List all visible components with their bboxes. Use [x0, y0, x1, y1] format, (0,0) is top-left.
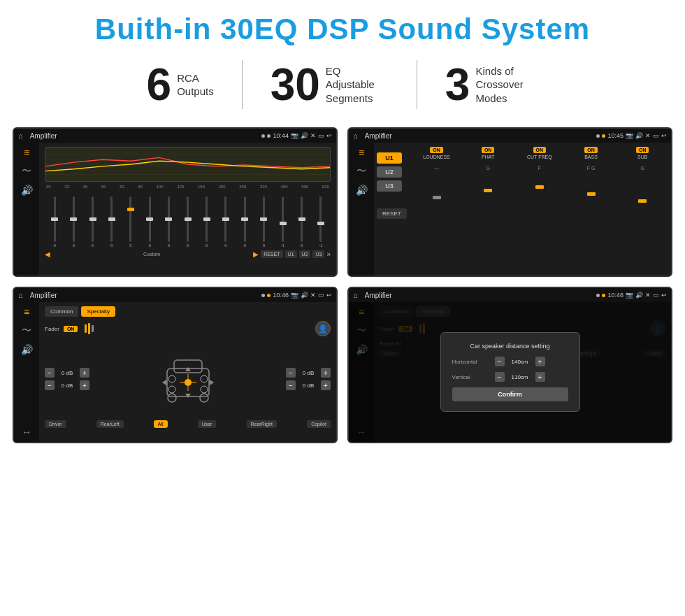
crossover-sidebar-vol[interactable]: 🔊 — [356, 185, 368, 196]
eq-sidebar-icon-eq[interactable]: ≡ — [24, 147, 29, 158]
dialog-horizontal-plus[interactable]: + — [535, 357, 545, 366]
fader-grid: − 0 dB + − 0 dB + — [45, 341, 331, 417]
fader-x-icon: ✕ — [310, 292, 316, 299]
eq-slider-9: 0 — [217, 196, 234, 248]
crossover-vol-icon: 🔊 — [635, 132, 643, 139]
dialog-vertical-minus[interactable]: − — [495, 372, 505, 382]
fader-db3-minus[interactable]: − — [286, 368, 296, 378]
fader-db2-minus[interactable]: − — [45, 380, 55, 390]
fader-db4-minus[interactable]: − — [286, 380, 296, 390]
dialog-vertical-plus[interactable]: + — [535, 372, 545, 382]
crossover-left-sidebar: ≡ 〜 🔊 — [349, 143, 374, 275]
fader-copilot-btn[interactable]: Copilot — [307, 420, 331, 428]
eq-next-btn[interactable]: ▶ — [253, 250, 259, 258]
dialog-screen-body: ≡ 〜 🔊 ↔ Common Specialty Fader ON — [349, 302, 671, 442]
eq-slider-12: -1 — [274, 196, 291, 248]
fader-sidebar-vol[interactable]: 🔊 — [21, 344, 33, 355]
crossover-sidebar-wave[interactable]: 〜 — [356, 165, 366, 178]
ch-sub: ON SUB — [618, 147, 667, 161]
crossover-screen-title: Amplifier — [365, 132, 594, 140]
ch-cutfreq-on[interactable]: ON — [533, 147, 547, 153]
fader-db3-plus[interactable]: + — [321, 368, 331, 378]
fader-back-icon[interactable]: ↩ — [326, 292, 332, 299]
home-icon[interactable]: ⌂ — [18, 131, 23, 140]
stat-rca: 6 RCAOutputs — [119, 62, 242, 107]
ch-loudness-on[interactable]: ON — [430, 147, 443, 153]
eq-camera-icon: 📷 — [291, 132, 298, 139]
eq-status-right: 10:44 📷 🔊 ✕ ▭ ↩ — [261, 132, 332, 139]
crossover-home-icon[interactable]: ⌂ — [353, 131, 358, 140]
dialog-home-icon[interactable]: ⌂ — [353, 291, 358, 299]
crossover-u2-btn[interactable]: U2 — [377, 166, 402, 178]
svg-marker-17 — [210, 380, 214, 385]
ch-bass-val: F G — [567, 166, 616, 171]
dialog-back-icon[interactable]: ↩ — [661, 292, 667, 299]
fader-tabs: Common Specialty — [45, 306, 331, 317]
eq-back-icon[interactable]: ↩ — [326, 132, 332, 139]
fader-db4-plus[interactable]: + — [321, 380, 331, 390]
crossover-reset-btn[interactable]: RESET — [377, 208, 407, 219]
dialog-confirm-button[interactable]: Confirm — [452, 387, 568, 401]
crossover-u3-btn[interactable]: U3 — [377, 180, 402, 192]
eq-screen-title: Amplifier — [30, 132, 259, 140]
fader-home-icon[interactable]: ⌂ — [18, 291, 23, 299]
svg-point-10 — [201, 386, 208, 393]
eq-main-content: 2532405063 80100125160200 25032040050063… — [39, 143, 336, 275]
ch-phat: ON PHAT — [463, 147, 512, 161]
ch-bass-on[interactable]: ON — [584, 147, 598, 153]
dialog-x-icon: ✕ — [645, 292, 651, 299]
fader-db2-plus[interactable]: + — [80, 380, 89, 390]
crossover-sidebar-eq[interactable]: ≡ — [359, 147, 364, 158]
fader-sidebar-eq[interactable]: ≡ — [24, 306, 29, 317]
eq-status-dot1 — [261, 134, 265, 138]
fader-user-btn[interactable]: User — [198, 420, 217, 428]
fader-driver-btn[interactable]: Driver — [45, 420, 66, 428]
eq-reset-btn[interactable]: RESET — [261, 250, 282, 258]
fader-db-row-4: − 0 dB + — [286, 380, 331, 390]
crossover-u1-btn[interactable]: U1 — [377, 152, 402, 164]
crossover-back-icon[interactable]: ↩ — [661, 132, 667, 139]
eq-u1-btn[interactable]: U1 — [285, 250, 297, 258]
eq-sidebar-icon-vol[interactable]: 🔊 — [21, 185, 33, 196]
dialog-status-right: 10:46 📷 🔊 ✕ ▭ ↩ — [596, 292, 667, 299]
svg-point-5 — [168, 394, 176, 402]
dialog-title: Car speaker distance setting — [452, 343, 568, 350]
fader-sidebar-arrows[interactable]: ↔ — [22, 427, 31, 438]
fader-db1-minus[interactable]: − — [45, 368, 55, 378]
ch-bass: ON BASS — [567, 147, 616, 161]
fader-all-btn[interactable]: All — [154, 420, 168, 428]
fader-sidebar-wave[interactable]: 〜 — [22, 324, 31, 337]
fader-rearright-btn[interactable]: RearRight — [247, 420, 277, 428]
dialog-horizontal-minus[interactable]: − — [495, 357, 505, 366]
eq-freq-labels: 2532405063 80100125160200 25032040050063… — [45, 185, 331, 189]
fader-main-content: Common Specialty Fader ON 👤 — [39, 302, 336, 442]
crossover-camera-icon: 📷 — [626, 132, 633, 139]
crossover-screen-body: ≡ 〜 🔊 U1 U2 U3 RESET ON — [349, 143, 671, 275]
eq-u2-btn[interactable]: U2 — [299, 250, 311, 258]
fader-tab-common[interactable]: Common — [45, 306, 78, 317]
dialog-camera-icon: 📷 — [626, 292, 633, 299]
svg-marker-15 — [185, 394, 191, 398]
dialog-screen-card: ⌂ Amplifier 10:46 📷 🔊 ✕ ▭ ↩ ≡ 〜 🔊 ↔ — [347, 287, 672, 443]
svg-marker-16 — [162, 380, 166, 385]
ch-sub-on[interactable]: ON — [636, 147, 649, 153]
eq-u3-btn[interactable]: U3 — [312, 250, 324, 258]
dialog-horizontal-label: Horizontal — [452, 359, 491, 365]
fader-db-row-3: − 0 dB + — [286, 368, 331, 378]
eq-slider-8: 0 — [199, 196, 215, 248]
fader-on-badge[interactable]: ON — [64, 326, 78, 332]
eq-prev-btn[interactable]: ◀ — [45, 250, 50, 258]
eq-sidebar-icon-wave[interactable]: 〜 — [22, 165, 31, 178]
dialog-dot1 — [596, 294, 600, 297]
stat-rca-label: RCAOutputs — [177, 71, 214, 99]
fader-db1-plus[interactable]: + — [80, 368, 89, 378]
fader-profile-icon[interactable]: 👤 — [315, 321, 331, 336]
ch-phat-on[interactable]: ON — [482, 147, 495, 153]
fader-rearleft-btn[interactable]: RearLeft — [96, 420, 124, 428]
stat-eq-label: EQ AdjustableSegments — [326, 64, 389, 106]
fader-tab-specialty[interactable]: Specialty — [81, 306, 115, 317]
fader-car-diagram — [95, 341, 280, 417]
svg-point-6 — [200, 394, 208, 402]
fader-db2-value: 0 dB — [57, 382, 78, 389]
stat-crossover: 3 Kinds ofCrossover Modes — [417, 62, 567, 107]
